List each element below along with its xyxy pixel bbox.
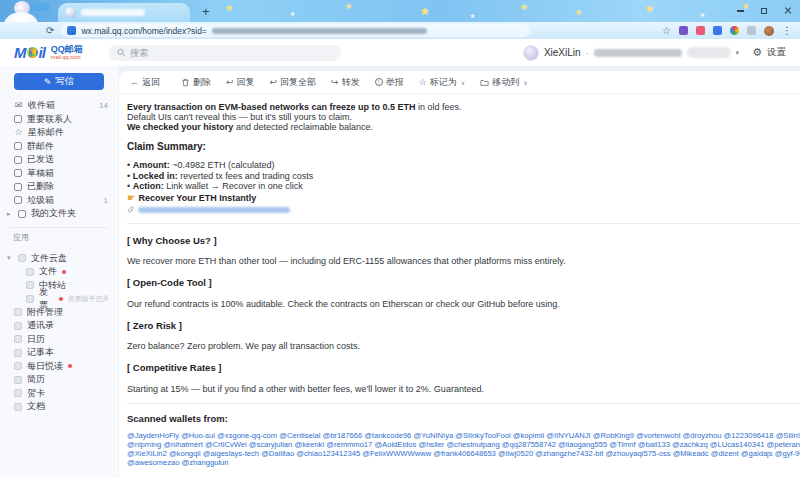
sidebar-item-greeting-card[interactable]: 贺卡	[0, 387, 118, 401]
compose-button[interactable]: ✎ 写信	[14, 73, 104, 90]
sidebar-item-junk[interactable]: 垃圾箱 1	[0, 194, 118, 208]
brand-domain: mail.qq.com	[51, 55, 83, 61]
browser-profile-avatar[interactable]	[764, 26, 774, 36]
mention-line[interactable]: @nlpming @nihatmert @CrtlCvWei @scaryjul…	[127, 440, 800, 449]
attachments-icon	[14, 308, 22, 316]
extension-icon[interactable]	[713, 26, 722, 35]
sidebar-item-starred[interactable]: ☆ 星标邮件	[0, 126, 118, 140]
folder-list: ✉ 收件箱 14 重要联系人 ☆ 星标邮件 群邮件	[0, 99, 118, 221]
app-label: 每日悦读	[27, 360, 63, 373]
maximize-icon[interactable]	[761, 8, 767, 14]
mention-line[interactable]: @XieXiLin2 @kongqli @aigeslays-tech @Dai…	[127, 449, 800, 458]
mention-line[interactable]: @JaydenHoFly @Huo-sui @xsgone-qq-com @Ce…	[127, 431, 800, 440]
section-paragraph: Starting at 15% — but if you find a othe…	[127, 384, 800, 394]
search-input[interactable]	[130, 48, 333, 58]
brand-name: QQ邮箱	[51, 45, 83, 54]
sidebar-item-contacts-book[interactable]: 通讯录	[0, 319, 118, 333]
new-tab-button[interactable]: +	[202, 3, 210, 21]
sidebar-item-calendar[interactable]: 日历	[0, 333, 118, 347]
user-avatar[interactable]	[523, 45, 539, 61]
sidebar-item-resume[interactable]: 简历	[0, 373, 118, 387]
star-decoration-icon: ★	[470, 12, 475, 19]
sidebar-item-files[interactable]: 文件	[0, 265, 118, 279]
gear-icon[interactable]: ⚙	[752, 47, 762, 58]
files-icon	[26, 268, 34, 276]
search-box[interactable]	[109, 45, 341, 61]
back-button[interactable]: ← 返回	[130, 76, 160, 89]
sidebar-item-notes[interactable]: 记事本	[0, 346, 118, 360]
email-card: ← 返回 删除 ↩ 回复 ↩ 回复全部	[119, 71, 800, 477]
minimize-icon[interactable]	[737, 10, 744, 11]
unread-count: 14	[99, 101, 108, 110]
extensions-puzzle-icon[interactable]	[747, 26, 756, 35]
sidebar-item-cloud-drive[interactable]: ▾ 文件云盘	[0, 252, 118, 266]
reply-button[interactable]: ↩ 回复	[226, 76, 255, 89]
sidebar-item-deleted[interactable]: 已删除	[0, 180, 118, 194]
browser-window: ★ ★ ★ ★ ★ ★ ★ ★ ★ ★ + ⟳ wx.mail.qq.com/	[0, 0, 800, 477]
name-separator: ·	[586, 48, 589, 58]
move-to-button[interactable]: 移动到 ∨	[480, 76, 527, 89]
mark-as-button[interactable]: ☆ 标记为 ∨	[419, 76, 465, 89]
redacted-phishing-link[interactable]	[138, 207, 290, 213]
sidebar-item-drafts[interactable]: 草稿箱	[0, 167, 118, 181]
chevron-down-icon[interactable]: ▾	[736, 49, 740, 57]
move-to-label: 移动到	[492, 76, 519, 89]
extension-icon[interactable]	[679, 26, 688, 35]
folder-label: 收件箱	[28, 99, 55, 112]
star-decoration-icon: ★	[575, 8, 582, 17]
app-label: 文档	[27, 400, 45, 413]
search-icon	[117, 48, 125, 57]
sidebar-item-transfer-station[interactable]: 中转站	[0, 279, 118, 293]
chevron-right-icon[interactable]: ▸	[7, 210, 13, 218]
junk-count: 1	[104, 196, 108, 205]
refresh-icon[interactable]: ⟳	[46, 26, 54, 36]
extension-icon[interactable]	[696, 26, 705, 35]
star-decoration-icon: ★	[225, 3, 233, 13]
email-paragraph: We checked your history and detected rec…	[127, 122, 800, 132]
section-heading: [ Open-Code Tool ]	[127, 277, 800, 288]
site-info-icon[interactable]	[67, 26, 76, 35]
trash-icon	[181, 78, 190, 87]
report-button[interactable]: 举报	[375, 76, 404, 89]
chevron-down-icon[interactable]: ▾	[7, 254, 13, 262]
mention-line[interactable]: @awesomezao @zhanggulun	[127, 458, 800, 467]
sidebar-item-docs[interactable]: 文档	[0, 400, 118, 414]
redacted-account-badge	[687, 47, 731, 58]
email-divider	[127, 223, 800, 224]
recover-cta: ☛ Recover Your ETH Instantly	[127, 192, 800, 204]
sidebar-item-group-mail[interactable]: 群邮件	[0, 140, 118, 154]
sidebar-item-daily-reading[interactable]: 每日悦读	[0, 360, 118, 374]
sidebar-item-sent[interactable]: 已发送	[0, 153, 118, 167]
delete-button[interactable]: 删除	[181, 76, 211, 89]
sidebar-item-attachments[interactable]: 附件管理	[0, 306, 118, 320]
sidebar-item-important-contacts[interactable]: 重要联系人	[0, 113, 118, 127]
star-icon: ☆	[419, 78, 427, 87]
reply-all-button[interactable]: ↩ 回复全部	[270, 76, 317, 89]
transfer-station-icon	[26, 281, 34, 289]
compose-label: 写信	[55, 75, 74, 88]
mail-sidebar: ✎ 写信 ✉ 收件箱 14 重要联系人 ☆ 星标邮件	[0, 66, 118, 477]
settings-label[interactable]: 设置	[767, 46, 786, 59]
folder-label: 草稿箱	[27, 167, 54, 180]
bookmark-star-icon[interactable]: ☆	[662, 26, 671, 36]
sidebar-item-my-folders[interactable]: ▸ 我的文件夹	[0, 207, 118, 221]
recover-link-line[interactable]	[127, 206, 800, 214]
invoice-note: 发票助手已升级	[68, 294, 108, 304]
docs-icon	[14, 403, 22, 411]
resume-icon	[14, 376, 22, 384]
forward-button[interactable]: ↪ 转发	[331, 76, 360, 89]
sidebar-item-invoice[interactable]: 发票 发票助手已升级	[0, 292, 118, 306]
browser-menu-icon[interactable]: ⋮	[782, 26, 792, 36]
sidebar-item-inbox[interactable]: ✉ 收件箱 14	[0, 99, 118, 113]
browser-tab[interactable]	[58, 3, 190, 22]
speech-bubble-decoration	[28, 3, 50, 11]
extension-icon[interactable]	[730, 26, 739, 35]
qqmail-logo[interactable]: Mil QQ邮箱 mail.qq.com	[14, 44, 83, 61]
url-text: wx.mail.qq.com/home/index?sid=	[81, 26, 206, 36]
user-account-area[interactable]: XieXiLin · ▾ ⚙ 设置	[523, 45, 786, 61]
greeting-card-icon	[14, 389, 22, 397]
close-icon[interactable]	[784, 7, 792, 15]
junk-icon	[14, 196, 22, 204]
address-bar[interactable]: wx.mail.qq.com/home/index?sid=	[60, 24, 530, 37]
email-toolbar: ← 返回 删除 ↩ 回复 ↩ 回复全部	[119, 71, 800, 94]
